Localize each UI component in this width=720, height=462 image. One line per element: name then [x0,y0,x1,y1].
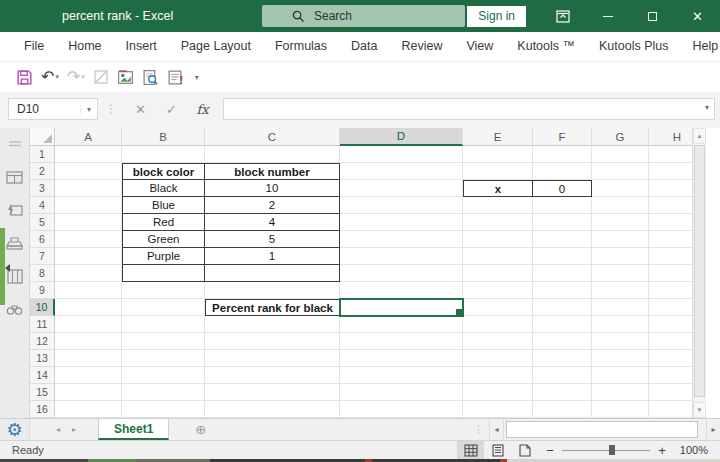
cell-f3[interactable]: 0 [533,180,592,197]
tab-data[interactable]: Data [339,32,389,61]
redo-button[interactable]: ↷▾ [63,64,89,90]
cell-e8[interactable] [463,265,533,282]
cell-e16[interactable] [463,401,533,418]
cell-c8[interactable] [205,265,340,282]
cell-d2[interactable] [340,163,463,180]
pane-handle-icon[interactable] [6,135,24,153]
horizontal-scrollbar[interactable] [503,419,706,440]
cell-d13[interactable] [340,350,463,367]
column-header-e[interactable]: E [463,128,533,146]
cell-d6[interactable] [340,231,463,248]
cell-d3[interactable] [340,180,463,197]
cell-a11[interactable] [55,316,122,333]
scroll-up-icon[interactable]: ▲ [693,128,706,144]
cell-d8[interactable] [340,265,463,282]
cell-g1[interactable] [592,146,649,163]
cell-g15[interactable] [592,384,649,401]
cell-b16[interactable] [122,401,205,418]
formula-bar-resize-handle[interactable]: ⋮ [105,102,118,116]
cell-f15[interactable] [533,384,592,401]
cell-b15[interactable] [122,384,205,401]
cell-b2[interactable]: block color [122,163,205,180]
select-all-button[interactable] [30,128,55,146]
cell-e13[interactable] [463,350,533,367]
cell-a4[interactable] [55,197,122,214]
tab-page-layout[interactable]: Page Layout [169,32,263,61]
cell-f9[interactable] [533,282,592,299]
tab-kutools[interactable]: Kutools ™ [505,32,587,61]
row-header-2[interactable]: 2 [30,163,55,180]
insert-function-icon[interactable]: fx [187,102,218,117]
scroll-left-icon[interactable]: ◂ [489,419,503,440]
cell-g16[interactable] [592,401,649,418]
cell-f13[interactable] [533,350,592,367]
cell-a13[interactable] [55,350,122,367]
cell-e9[interactable] [463,282,533,299]
tab-formulas[interactable]: Formulas [263,32,339,61]
column-header-g[interactable]: G [592,128,649,146]
cell-g14[interactable] [592,367,649,384]
cancel-icon[interactable]: ✕ [125,102,156,117]
name-box[interactable]: D10 ▾ [8,98,98,120]
formula-input[interactable]: ▾ [223,98,715,120]
row-header-3[interactable]: 3 [30,180,55,197]
cell-d12[interactable] [340,333,463,350]
cell-a3[interactable] [55,180,122,197]
sheet-tab-sheet1[interactable]: Sheet1 [98,419,169,440]
cell-g10[interactable] [592,299,649,316]
cell-e12[interactable] [463,333,533,350]
cell-a1[interactable] [55,146,122,163]
maximize-button[interactable] [630,0,675,32]
row-header-10[interactable]: 10 [30,299,55,316]
tab-kutools-plus[interactable]: Kutools Plus [587,32,680,61]
cell-c6[interactable]: 5 [205,231,340,248]
cell-a6[interactable] [55,231,122,248]
row-header-6[interactable]: 6 [30,231,55,248]
tab-review[interactable]: Review [389,32,454,61]
cell-g12[interactable] [592,333,649,350]
cell-a16[interactable] [55,401,122,418]
cell-c10[interactable]: Percent rank for black [205,299,340,316]
zoom-out-button[interactable]: − [538,443,562,458]
cell-f12[interactable] [533,333,592,350]
normal-view-button[interactable] [457,441,484,459]
cell-a14[interactable] [55,367,122,384]
form-alert-icon[interactable]: ! [163,64,188,90]
cell-c3[interactable]: 10 [205,180,340,197]
cell-g6[interactable] [592,231,649,248]
cell-g11[interactable] [592,316,649,333]
cell-f5[interactable] [533,214,592,231]
zoom-slider-thumb[interactable] [609,445,615,455]
print-preview-icon[interactable] [138,64,163,90]
scroll-down-icon[interactable]: ▼ [693,402,706,418]
flash-pane-icon[interactable] [6,201,24,219]
close-button[interactable]: ✕ [675,0,720,32]
column-header-f[interactable]: F [533,128,592,146]
cell-b5[interactable]: Red [122,214,205,231]
cell-a10[interactable] [55,299,122,316]
cell-e10[interactable] [463,299,533,316]
cell-g5[interactable] [592,214,649,231]
cell-b4[interactable]: Blue [122,197,205,214]
cell-e2[interactable] [463,163,533,180]
cell-e4[interactable] [463,197,533,214]
row-header-5[interactable]: 5 [30,214,55,231]
cell-c7[interactable]: 1 [205,248,340,265]
cell-a12[interactable] [55,333,122,350]
cell-d14[interactable] [340,367,463,384]
cell-c4[interactable]: 2 [205,197,340,214]
picture-icon[interactable] [113,64,138,90]
cell-e3[interactable]: x [463,180,533,197]
printer-pane-icon[interactable] [6,234,24,252]
cell-a7[interactable] [55,248,122,265]
column-header-d[interactable]: D [340,128,463,146]
enter-icon[interactable]: ✓ [156,102,187,117]
cell-e14[interactable] [463,367,533,384]
cell-c1[interactable] [205,146,340,163]
workbook-pane-icon[interactable] [6,168,24,186]
column-header-b[interactable]: B [122,128,205,146]
cell-f11[interactable] [533,316,592,333]
cell-a2[interactable] [55,163,122,180]
cell-c14[interactable] [205,367,340,384]
cell-e6[interactable] [463,231,533,248]
